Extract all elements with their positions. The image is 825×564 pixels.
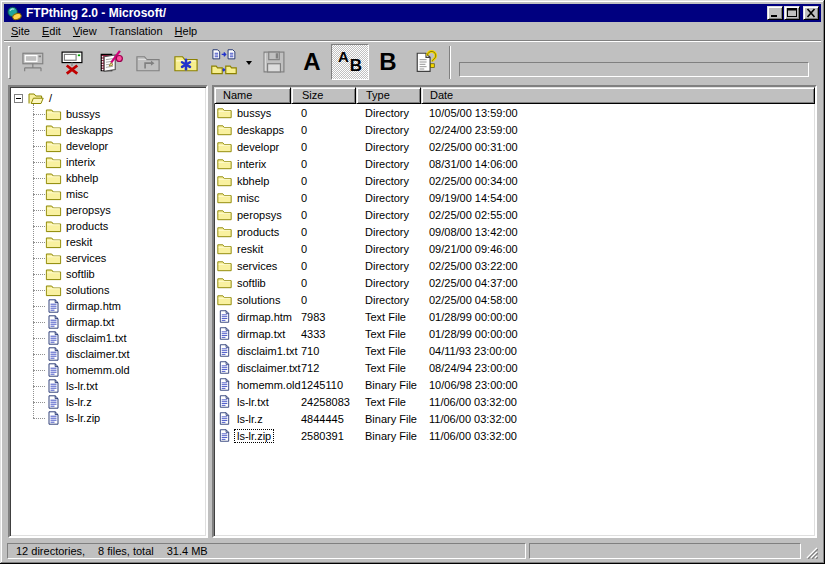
cell-size: 0 <box>291 294 356 306</box>
tree-item-developr[interactable]: developr <box>33 138 206 154</box>
tree-item-products[interactable]: products <box>33 218 206 234</box>
transfer-dropdown-button[interactable] <box>243 44 255 80</box>
close-button[interactable] <box>803 6 819 20</box>
list-row-products[interactable]: products0Directory09/08/00 13:42:00 <box>214 223 815 240</box>
tree-item-label: services <box>66 252 106 264</box>
tree-item-label: bussys <box>66 108 100 120</box>
tree-item-dirmap.txt[interactable]: dirmap.txt <box>33 314 206 330</box>
tree-item-disclaim1.txt[interactable]: disclaim1.txt <box>33 330 206 346</box>
list-row-ls-lr.zip[interactable]: ls-lr.zip2580391Binary File11/06/00 03:3… <box>214 427 815 444</box>
tree-item-label: softlib <box>66 268 95 280</box>
cell-name: interix <box>214 157 291 170</box>
list-row-solutions[interactable]: solutions0Directory02/25/00 04:58:00 <box>214 291 815 308</box>
menu-edit[interactable]: Edit <box>36 23 67 40</box>
menu-view[interactable]: View <box>67 23 103 40</box>
list-row-bussys[interactable]: bussys0Directory10/05/00 13:59:00 <box>214 104 815 121</box>
tree-connector <box>33 370 45 371</box>
tree-item-label: disclaim1.txt <box>66 332 127 344</box>
list-row-reskit[interactable]: reskit0Directory09/21/00 09:46:00 <box>214 240 815 257</box>
column-header-name[interactable]: Name <box>214 87 291 104</box>
list-row-disclaimer.txt[interactable]: disclaimer.txt712Text File08/24/94 23:00… <box>214 359 815 376</box>
list-row-ls-lr.txt[interactable]: ls-lr.txt24258083Text File11/06/00 03:32… <box>214 393 815 410</box>
cell-size: 0 <box>291 260 356 272</box>
list-row-developr[interactable]: developr0Directory02/25/00 00:31:00 <box>214 138 815 155</box>
make-directory-button[interactable] <box>167 44 205 80</box>
open-folder-icon <box>27 91 45 105</box>
list-row-kbhelp[interactable]: kbhelp0Directory02/25/00 00:34:00 <box>214 172 815 189</box>
cell-date: 09/08/00 13:42:00 <box>421 226 518 238</box>
tree-item-label: solutions <box>66 284 109 296</box>
toolbar-grip[interactable] <box>8 46 11 79</box>
maximize-button[interactable] <box>784 6 800 20</box>
binary-mode-button[interactable]: B <box>369 44 407 80</box>
menu-site[interactable]: Site <box>5 23 36 40</box>
tree-item-label: developr <box>66 140 108 152</box>
cell-size: 0 <box>291 226 356 238</box>
tree-item-dirmap.htm[interactable]: dirmap.htm <box>33 298 206 314</box>
tree-item-interix[interactable]: interix <box>33 154 206 170</box>
column-header-type[interactable]: Type <box>356 87 421 104</box>
list-row-softlib[interactable]: softlib0Directory02/25/00 04:37:00 <box>214 274 815 291</box>
ascii-mode-button[interactable]: A <box>293 44 331 80</box>
file-icon <box>45 331 62 345</box>
list-row-peropsys[interactable]: peropsys0Directory02/25/00 02:55:00 <box>214 206 815 223</box>
menu-translation[interactable]: Translation <box>103 23 169 40</box>
tree-collapse-toggle[interactable] <box>14 94 23 103</box>
tree-connector <box>33 386 45 387</box>
list-row-dirmap.htm[interactable]: dirmap.htm7983Text File01/28/99 00:00:00 <box>214 308 815 325</box>
tree-item-softlib[interactable]: softlib <box>33 266 206 282</box>
tree-item-services[interactable]: services <box>33 250 206 266</box>
tree-item-label: peropsys <box>66 204 111 216</box>
tree-item-ls-lr.txt[interactable]: ls-lr.txt <box>33 378 206 394</box>
site-manager-button[interactable] <box>91 44 129 80</box>
binary-mode-label: B <box>379 50 396 74</box>
cell-type: Directory <box>356 209 421 221</box>
minimize-button[interactable] <box>767 6 783 20</box>
column-header-size[interactable]: Size <box>291 87 356 104</box>
list-row-ls-lr.z[interactable]: ls-lr.z4844445Binary File11/06/00 03:32:… <box>214 410 815 427</box>
folder-icon <box>45 251 62 265</box>
transfer-button[interactable] <box>205 44 243 80</box>
menu-help[interactable]: Help <box>169 23 204 40</box>
tree-item-deskapps[interactable]: deskapps <box>33 122 206 138</box>
cell-size: 0 <box>291 209 356 221</box>
tree-root-label: / <box>49 92 52 104</box>
cell-name: peropsys <box>214 208 291 221</box>
folder-icon <box>45 187 62 201</box>
folder-icon <box>217 225 232 238</box>
tree-item-ls-lr.z[interactable]: ls-lr.z <box>33 394 206 410</box>
list-row-deskapps[interactable]: deskapps0Directory02/24/00 23:59:00 <box>214 121 815 138</box>
tree-item-reskit[interactable]: reskit <box>33 234 206 250</box>
tree-item-disclaimer.txt[interactable]: disclaimer.txt <box>33 346 206 362</box>
list-row-dirmap.txt[interactable]: dirmap.txt4333Text File01/28/99 00:00:00 <box>214 325 815 342</box>
file-icon <box>217 412 232 425</box>
list-row-services[interactable]: services0Directory02/25/00 03:22:00 <box>214 257 815 274</box>
list-row-disclaim1.txt[interactable]: disclaim1.txt710Text File04/11/93 23:00:… <box>214 342 815 359</box>
tree-item-kbhelp[interactable]: kbhelp <box>33 170 206 186</box>
tree-item-bussys[interactable]: bussys <box>33 106 206 122</box>
tree-item-misc[interactable]: misc <box>33 186 206 202</box>
list-row-interix[interactable]: interix0Directory08/31/00 14:06:00 <box>214 155 815 172</box>
tree-connector <box>33 258 45 259</box>
list-row-homemm.old[interactable]: homemm.old1245110Binary File10/06/98 23:… <box>214 376 815 393</box>
tree-connector <box>33 402 45 403</box>
list-row-misc[interactable]: misc0Directory09/19/00 14:54:00 <box>214 189 815 206</box>
tree-item-homemm.old[interactable]: homemm.old <box>33 362 206 378</box>
tree-root-item[interactable]: / <box>10 90 206 106</box>
file-icon <box>217 378 232 391</box>
tree-item-peropsys[interactable]: peropsys <box>33 202 206 218</box>
column-header-date[interactable]: Date <box>421 87 815 104</box>
cell-name: products <box>214 225 291 238</box>
disconnect-button[interactable] <box>53 44 91 80</box>
help-button[interactable] <box>407 44 445 80</box>
file-name-label: ls-lr.z <box>235 413 265 425</box>
app-icon <box>7 6 22 21</box>
cell-size: 4844445 <box>291 413 356 425</box>
tree-item-solutions[interactable]: solutions <box>33 282 206 298</box>
cell-size: 0 <box>291 175 356 187</box>
cell-name: kbhelp <box>214 174 291 187</box>
tree-connector <box>33 290 45 291</box>
tree-item-ls-lr.zip[interactable]: ls-lr.zip <box>33 410 206 426</box>
resize-grip-icon[interactable] <box>804 543 818 559</box>
auto-mode-button[interactable]: A B <box>331 44 369 80</box>
